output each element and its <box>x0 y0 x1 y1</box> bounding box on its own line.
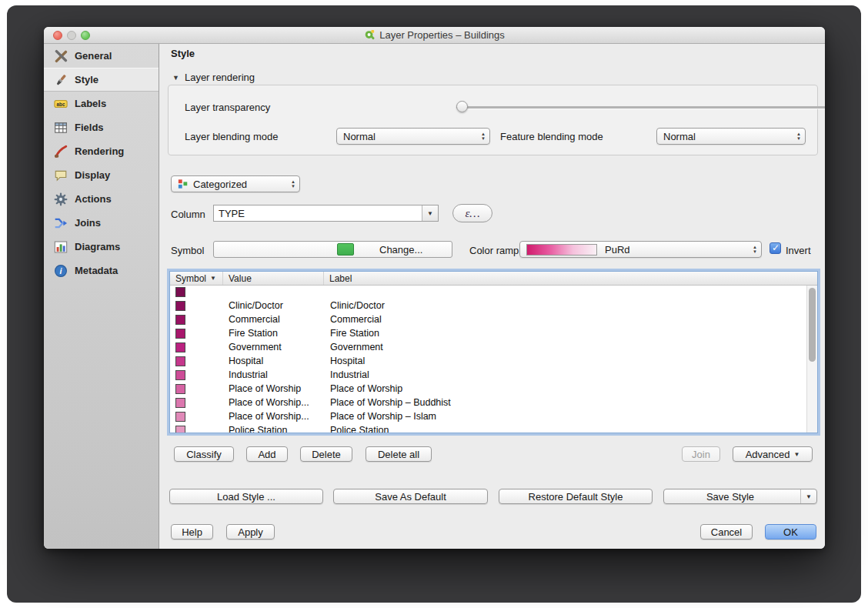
expression-builder-button[interactable]: ε… <box>452 204 492 222</box>
sidebar-item-actions[interactable]: Actions <box>44 187 159 211</box>
sidebar-item-diagrams[interactable]: Diagrams <box>44 235 159 259</box>
sidebar-item-metadata[interactable]: iMetadata <box>44 259 159 282</box>
svg-text:abc: abc <box>57 101 65 106</box>
apply-button[interactable]: Apply <box>226 524 275 540</box>
category-symbol-swatch[interactable] <box>175 342 185 352</box>
category-value: Industrial <box>229 369 268 380</box>
layer-transparency-slider[interactable] <box>456 99 825 115</box>
save-style-button[interactable]: Save Style ▼ <box>663 489 817 504</box>
color-ramp-select[interactable]: PuRd ▲▼ <box>519 241 762 258</box>
slider-knob[interactable] <box>456 101 468 112</box>
load-style-button[interactable]: Load Style ... <box>169 489 323 504</box>
sidebar-item-label: Metadata <box>75 265 118 276</box>
categories-table[interactable]: Symbol ▼ Value Label Clinic/DoctorClinic… <box>169 271 818 433</box>
sidebar-item-label: Rendering <box>75 145 124 157</box>
sidebar-item-labels[interactable]: abcLabels <box>44 92 159 115</box>
column-header-value[interactable]: Value <box>223 272 324 285</box>
column-select[interactable]: TYPE ▼ <box>213 205 439 222</box>
category-row[interactable] <box>170 286 806 299</box>
renderer-type-select[interactable]: Categorized ▲▼ <box>171 175 300 192</box>
layer-rendering-title: Layer rendering <box>185 72 255 83</box>
ok-button[interactable]: OK <box>765 524 816 540</box>
vertical-scrollbar[interactable] <box>806 286 817 433</box>
category-value: Commercial <box>229 314 280 325</box>
category-label: Hospital <box>330 356 365 366</box>
sidebar-item-label: Joins <box>75 217 101 229</box>
rendering-brush-icon <box>54 145 68 159</box>
join-arrows-icon <box>54 216 68 230</box>
color-ramp-preview <box>526 244 597 256</box>
scrollbar-thumb[interactable] <box>809 288 816 362</box>
category-symbol-swatch[interactable] <box>175 426 185 433</box>
help-button[interactable]: Help <box>171 524 213 540</box>
layer-blending-value: Normal <box>343 131 376 142</box>
sidebar-item-fields[interactable]: Fields <box>44 115 159 139</box>
symbol-change-label: Change... <box>379 244 422 256</box>
window-title: Layer Properties – Buildings <box>379 29 505 41</box>
category-label: Place of Worship – Islam <box>330 411 436 422</box>
delete-all-button[interactable]: Delete all <box>366 446 432 462</box>
category-symbol-swatch[interactable] <box>175 329 185 339</box>
save-as-default-button[interactable]: Save As Default <box>333 489 488 504</box>
category-value: Government <box>229 342 282 352</box>
delete-button[interactable]: Delete <box>300 446 352 462</box>
category-row[interactable]: Place of Worship...Place of Worship – Is… <box>170 410 806 424</box>
symbol-label: Symbol <box>171 245 204 256</box>
category-row[interactable]: Police StationPolice Station <box>170 424 806 433</box>
abc-label-icon: abc <box>54 97 68 111</box>
sidebar-item-general[interactable]: General <box>44 44 159 68</box>
category-row[interactable]: Fire StationFire Station <box>170 327 806 341</box>
restore-default-style-button[interactable]: Restore Default Style <box>499 489 653 504</box>
category-symbol-swatch[interactable] <box>175 315 185 325</box>
sidebar-item-label: General <box>75 50 112 62</box>
symbol-change-button[interactable]: Change... <box>213 241 452 258</box>
classify-button[interactable]: Classify <box>174 446 234 462</box>
cancel-button[interactable]: Cancel <box>700 524 753 540</box>
category-value: Hospital <box>229 356 263 366</box>
category-row[interactable]: Clinic/DoctorClinic/Doctor <box>170 299 806 313</box>
category-row[interactable]: IndustrialIndustrial <box>170 369 806 383</box>
category-symbol-swatch[interactable] <box>175 356 185 366</box>
sidebar-item-joins[interactable]: Joins <box>44 211 159 235</box>
renderer-type-value: Categorized <box>193 179 247 190</box>
category-symbol-swatch[interactable] <box>175 412 185 422</box>
sidebar-item-style[interactable]: Style <box>44 68 159 92</box>
feature-blending-label: Feature blending mode <box>500 131 603 142</box>
combo-dropdown-icon[interactable]: ▼ <box>422 205 438 221</box>
invert-label: Invert <box>786 245 811 256</box>
layer-rendering-header[interactable]: ▼ Layer rendering <box>172 72 255 83</box>
category-label: Place of Worship – Buddhist <box>330 397 451 408</box>
bar-chart-icon <box>54 240 68 254</box>
category-row[interactable]: Place of Worship...Place of Worship – Bu… <box>170 396 806 410</box>
feature-blending-select[interactable]: Normal ▲▼ <box>656 128 806 145</box>
speech-bubble-icon <box>54 169 68 182</box>
sidebar-item-rendering[interactable]: Rendering <box>44 139 159 163</box>
advanced-button[interactable]: Advanced ▼ <box>733 446 813 462</box>
category-symbol-swatch[interactable] <box>175 398 185 408</box>
column-header-symbol[interactable]: Symbol ▼ <box>170 272 223 285</box>
disclosure-triangle-icon[interactable]: ▼ <box>172 74 179 82</box>
category-symbol-swatch[interactable] <box>175 301 185 311</box>
categories-table-header: Symbol ▼ Value Label <box>170 272 817 286</box>
titlebar[interactable]: Layer Properties – Buildings <box>44 27 825 44</box>
column-header-label[interactable]: Label <box>324 272 817 285</box>
category-symbol-swatch[interactable] <box>175 287 185 297</box>
paintbrush-icon <box>54 73 68 87</box>
dropdown-arrow-icon[interactable]: ▼ <box>800 489 816 503</box>
slider-track[interactable] <box>456 106 825 109</box>
layer-blending-select[interactable]: Normal ▲▼ <box>336 128 490 145</box>
category-symbol-swatch[interactable] <box>175 384 185 394</box>
category-row[interactable]: GovernmentGovernment <box>170 341 806 355</box>
category-label: Police Station <box>330 425 389 433</box>
category-label: Place of Worship <box>330 383 402 394</box>
category-row[interactable]: HospitalHospital <box>170 355 806 369</box>
add-button[interactable]: Add <box>246 446 288 462</box>
sidebar-item-display[interactable]: Display <box>44 163 159 187</box>
category-symbol-swatch[interactable] <box>175 370 185 380</box>
gear-icon <box>54 192 68 206</box>
category-row[interactable]: CommercialCommercial <box>170 313 806 327</box>
window-title-area: Layer Properties – Buildings <box>44 27 825 43</box>
category-row[interactable]: Place of WorshipPlace of Worship <box>170 383 806 396</box>
join-button[interactable]: Join <box>682 446 720 462</box>
invert-checkbox[interactable] <box>770 242 781 254</box>
